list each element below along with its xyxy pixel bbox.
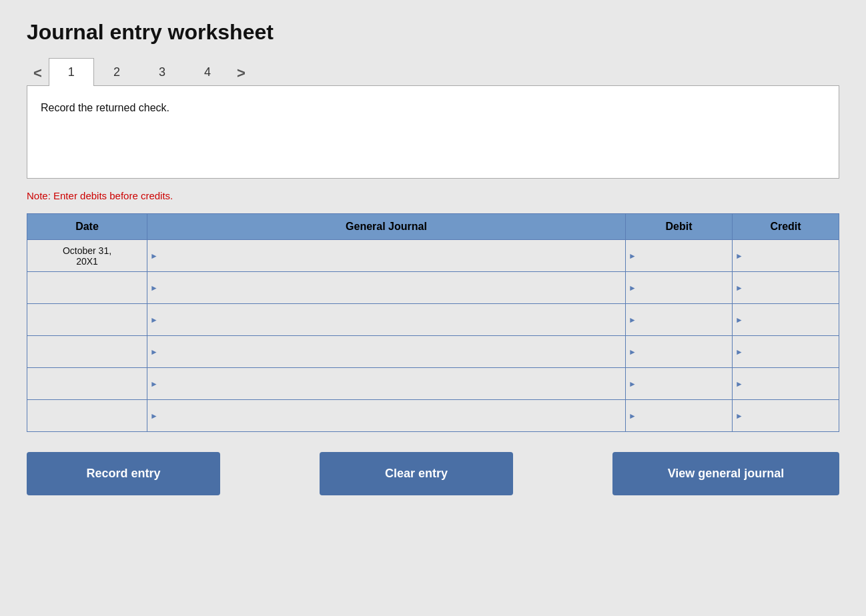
table-row: October 31,20X1►►►	[27, 240, 839, 272]
description-box: Record the returned check.	[27, 85, 839, 179]
clear-entry-button[interactable]: Clear entry	[320, 452, 513, 495]
journal-input-3[interactable]	[153, 347, 620, 357]
tab-2[interactable]: 2	[94, 58, 139, 86]
debit-arrow-0: ►	[628, 251, 636, 261]
debit-arrow-1: ►	[628, 283, 636, 293]
table-row: ►►►	[27, 272, 839, 304]
debit-input-4[interactable]	[631, 379, 727, 389]
journal-input-4[interactable]	[153, 379, 620, 389]
journal-arrow-2: ►	[150, 315, 158, 325]
date-cell-2	[27, 304, 147, 336]
tab-prev-arrow[interactable]: <	[27, 61, 49, 86]
debit-cell-5[interactable]: ►	[626, 400, 733, 432]
journal-cell-5[interactable]: ►	[147, 400, 626, 432]
journal-table: Date General Journal Debit Credit Octobe…	[27, 213, 839, 432]
credit-input-4[interactable]	[738, 379, 833, 389]
credit-input-2[interactable]	[738, 315, 833, 325]
date-cell-4	[27, 368, 147, 400]
tab-4[interactable]: 4	[185, 58, 230, 86]
debit-arrow-2: ►	[628, 315, 636, 325]
table-row: ►►►	[27, 400, 839, 432]
debit-cell-0[interactable]: ►	[626, 240, 733, 272]
table-row: ►►►	[27, 336, 839, 368]
journal-input-0[interactable]	[153, 251, 620, 261]
journal-cell-3[interactable]: ►	[147, 336, 626, 368]
journal-cell-4[interactable]: ►	[147, 368, 626, 400]
debit-input-2[interactable]	[631, 315, 727, 325]
credit-arrow-3: ►	[735, 347, 743, 357]
journal-cell-1[interactable]: ►	[147, 272, 626, 304]
credit-cell-1[interactable]: ►	[733, 272, 839, 304]
date-cell-1	[27, 272, 147, 304]
journal-input-2[interactable]	[153, 315, 620, 325]
debit-arrow-4: ►	[628, 379, 636, 389]
header-debit: Debit	[626, 214, 733, 240]
credit-input-5[interactable]	[738, 411, 833, 421]
header-general-journal: General Journal	[147, 214, 626, 240]
page-title: Journal entry worksheet	[27, 20, 839, 45]
view-general-journal-button[interactable]: View general journal	[612, 452, 839, 495]
record-entry-button[interactable]: Record entry	[27, 452, 220, 495]
credit-arrow-2: ►	[735, 315, 743, 325]
credit-cell-3[interactable]: ►	[733, 336, 839, 368]
table-header-row: Date General Journal Debit Credit	[27, 214, 839, 240]
debit-input-5[interactable]	[631, 411, 727, 421]
journal-arrow-5: ►	[150, 411, 158, 421]
debit-input-3[interactable]	[631, 347, 727, 357]
table-row: ►►►	[27, 368, 839, 400]
journal-cell-2[interactable]: ►	[147, 304, 626, 336]
credit-arrow-4: ►	[735, 379, 743, 389]
journal-input-5[interactable]	[153, 411, 620, 421]
debit-cell-2[interactable]: ►	[626, 304, 733, 336]
credit-arrow-1: ►	[735, 283, 743, 293]
journal-cell-0[interactable]: ►	[147, 240, 626, 272]
date-cell-0: October 31,20X1	[27, 240, 147, 272]
journal-arrow-3: ►	[150, 347, 158, 357]
debit-arrow-5: ►	[628, 411, 636, 421]
journal-arrow-1: ►	[150, 283, 158, 293]
credit-cell-5[interactable]: ►	[733, 400, 839, 432]
credit-cell-4[interactable]: ►	[733, 368, 839, 400]
description-text: Record the returned check.	[41, 102, 169, 113]
debit-cell-3[interactable]: ►	[626, 336, 733, 368]
credit-input-1[interactable]	[738, 283, 833, 293]
debit-cell-1[interactable]: ►	[626, 272, 733, 304]
note-text: Note: Enter debits before credits.	[27, 190, 839, 201]
credit-arrow-0: ►	[735, 251, 743, 261]
credit-input-0[interactable]	[738, 251, 833, 261]
header-date: Date	[27, 214, 147, 240]
date-cell-3	[27, 336, 147, 368]
tab-3[interactable]: 3	[139, 58, 185, 86]
header-credit: Credit	[733, 214, 839, 240]
credit-cell-2[interactable]: ►	[733, 304, 839, 336]
journal-input-1[interactable]	[153, 283, 620, 293]
tab-next-arrow[interactable]: >	[230, 61, 252, 86]
button-row: Record entry Clear entry View general jo…	[27, 452, 839, 495]
journal-arrow-4: ►	[150, 379, 158, 389]
debit-input-0[interactable]	[631, 251, 727, 261]
date-cell-5	[27, 400, 147, 432]
credit-arrow-5: ►	[735, 411, 743, 421]
tab-navigation: < 1 2 3 4 >	[27, 58, 839, 86]
debit-cell-4[interactable]: ►	[626, 368, 733, 400]
journal-arrow-0: ►	[150, 251, 158, 261]
table-row: ►►►	[27, 304, 839, 336]
debit-arrow-3: ►	[628, 347, 636, 357]
debit-input-1[interactable]	[631, 283, 727, 293]
tab-1[interactable]: 1	[49, 58, 94, 86]
credit-input-3[interactable]	[738, 347, 833, 357]
credit-cell-0[interactable]: ►	[733, 240, 839, 272]
